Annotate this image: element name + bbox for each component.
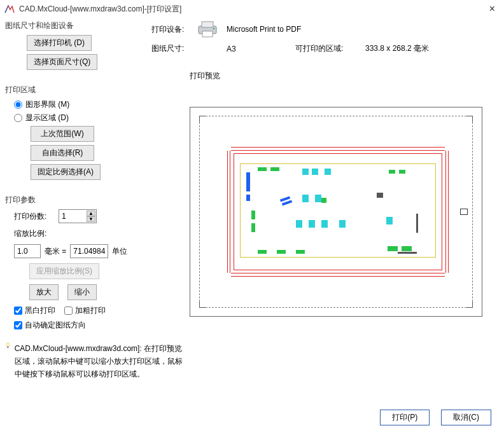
print-area-title: 打印区域 bbox=[5, 85, 183, 95]
select-printer-button[interactable]: 选择打印机 (D) bbox=[27, 35, 92, 51]
copies-label: 打印份数: bbox=[14, 211, 59, 222]
select-pagesize-button[interactable]: 选择页面尺寸(Q) bbox=[27, 54, 97, 70]
print-preview[interactable] bbox=[190, 107, 482, 317]
unit-input[interactable] bbox=[70, 244, 108, 258]
last-extent-button[interactable]: 上次范围(W) bbox=[31, 126, 94, 142]
copies-spinner[interactable]: 1 ▲▼ bbox=[59, 209, 97, 223]
svg-point-0 bbox=[6, 343, 10, 347]
printer-icon bbox=[196, 20, 219, 38]
bw-checkbox[interactable] bbox=[14, 307, 22, 315]
unit-label: 单位 bbox=[112, 246, 127, 257]
preview-title: 打印预览 bbox=[190, 71, 499, 81]
print-button[interactable]: 打印(P) bbox=[380, 410, 430, 425]
printable-value: 333.8 x 268.2 毫米 bbox=[365, 43, 429, 54]
mm-eq-label: 毫米 = bbox=[45, 246, 66, 257]
svg-point-8 bbox=[213, 28, 215, 30]
radio-display[interactable] bbox=[14, 114, 22, 122]
tip-title: CAD.MxCloud-[www.mxdraw3d.com]: bbox=[15, 344, 142, 353]
device-label: 打印设备: bbox=[151, 24, 196, 35]
print-params-group: 打印参数 打印份数: 1 ▲▼ 缩放比例: 毫米 = 单位 应用缩放比例(S) bbox=[5, 195, 183, 331]
svg-rect-1 bbox=[7, 347, 8, 348]
device-info-row: 打印设备: Microsoft Print to PDF 图纸尺寸: A3 可打… bbox=[190, 20, 499, 59]
cancel-button[interactable]: 取消(C) bbox=[441, 410, 491, 425]
window-title: CAD.MxCloud-[www.mxdraw3d.com]-[打印设置] bbox=[19, 4, 181, 15]
mm-input[interactable] bbox=[14, 244, 41, 258]
bold-checkbox[interactable] bbox=[64, 307, 73, 315]
bold-label: 加粗打印 bbox=[75, 305, 106, 316]
print-params-title: 打印参数 bbox=[5, 195, 183, 205]
free-select-button[interactable]: 自由选择(R) bbox=[31, 145, 94, 161]
lightbulb-icon bbox=[5, 342, 11, 361]
apply-scale-button: 应用缩放比例(S) bbox=[29, 263, 99, 279]
spinner-down-icon[interactable]: ▼ bbox=[87, 216, 95, 222]
preview-drawing bbox=[220, 134, 456, 289]
tip-block: CAD.MxCloud-[www.mxdraw3d.com]: 在打印预览区域，… bbox=[5, 342, 183, 380]
radio-display-label: 显示区域 (D) bbox=[25, 113, 69, 123]
print-area-group: 打印区域 图形界限 (M) 显示区域 (D) 上次范围(W) 自由选择(R) 固… bbox=[5, 85, 183, 183]
svg-rect-6 bbox=[202, 22, 213, 27]
zoom-in-button[interactable]: 放大 bbox=[29, 284, 59, 300]
size-value: A3 bbox=[227, 45, 257, 53]
preview-handle-icon bbox=[460, 209, 468, 215]
close-icon[interactable]: × bbox=[484, 2, 500, 16]
device-value: Microsoft Print to PDF bbox=[227, 25, 301, 34]
title-bar: CAD.MxCloud-[www.mxdraw3d.com]-[打印设置] × bbox=[0, 0, 504, 18]
spinner-up-icon[interactable]: ▲ bbox=[87, 211, 95, 216]
zoom-out-button[interactable]: 缩小 bbox=[67, 284, 97, 300]
radio-limits[interactable] bbox=[14, 100, 22, 109]
copies-value: 1 bbox=[62, 212, 66, 221]
app-logo-icon bbox=[4, 3, 15, 15]
bw-label: 黑白打印 bbox=[25, 305, 55, 316]
size-label: 图纸尺寸: bbox=[151, 43, 196, 54]
fixed-scale-button[interactable]: 固定比例选择(A) bbox=[31, 164, 101, 180]
printable-label: 可打印的区域: bbox=[295, 43, 353, 54]
auto-orient-label: 自动确定图纸方向 bbox=[25, 320, 86, 331]
scale-label: 缩放比例: bbox=[14, 228, 46, 239]
auto-orient-checkbox[interactable] bbox=[14, 321, 22, 329]
svg-rect-7 bbox=[202, 31, 213, 37]
radio-limits-label: 图形界限 (M) bbox=[25, 99, 69, 110]
